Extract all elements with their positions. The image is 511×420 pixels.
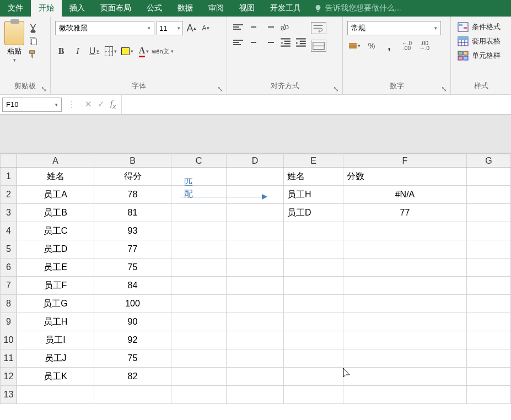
cell-C6[interactable] <box>171 259 227 277</box>
increase-font-icon[interactable]: A▴ <box>185 22 197 34</box>
cell-D10[interactable] <box>227 331 284 349</box>
cell-D9[interactable] <box>227 313 284 331</box>
row-header-8[interactable]: 8 <box>1 295 17 313</box>
cell-A4[interactable]: 员工C <box>17 222 94 240</box>
cut-icon[interactable] <box>28 23 39 33</box>
cell-D12[interactable] <box>227 368 284 386</box>
tab-view[interactable]: 视图 <box>232 0 262 17</box>
clipboard-launcher[interactable]: ⤡ <box>41 85 49 93</box>
cell-E12[interactable] <box>284 368 343 386</box>
fill-color-button[interactable]: ▾ <box>121 45 133 57</box>
tab-file[interactable]: 文件 <box>0 0 31 17</box>
row-header-11[interactable]: 11 <box>1 349 17 368</box>
cell-G6[interactable] <box>467 259 511 277</box>
col-header-G[interactable]: G <box>467 154 511 168</box>
cell-E6[interactable] <box>284 259 343 277</box>
cell-G5[interactable] <box>467 240 511 259</box>
cell-D5[interactable] <box>227 240 284 259</box>
cell-G7[interactable] <box>467 277 511 295</box>
enter-formula-button[interactable]: ✓ <box>98 99 105 110</box>
col-header-C[interactable]: C <box>171 154 227 168</box>
decrease-font-icon[interactable]: A▾ <box>200 22 212 34</box>
font-name-combo[interactable]: 微软雅黑 ▾ <box>55 21 154 35</box>
cell-C7[interactable] <box>171 277 227 295</box>
cell-C4[interactable] <box>171 222 227 240</box>
cell-A11[interactable]: 员工J <box>17 349 94 368</box>
tab-insert[interactable]: 插入 <box>62 0 93 17</box>
decrease-indent-button[interactable] <box>279 36 292 49</box>
cell-B10[interactable]: 92 <box>94 331 171 349</box>
font-size-combo[interactable]: 11 ▾ <box>157 21 183 35</box>
align-bottom-button[interactable] <box>262 21 276 33</box>
spreadsheet-grid[interactable]: ABCDEFG1姓名得分姓名分数2员工A78员工H#N/A3员工B81员工D77… <box>0 154 511 404</box>
cell-B13[interactable] <box>94 386 171 404</box>
cell-A7[interactable]: 员工F <box>17 277 94 295</box>
row-header-6[interactable]: 6 <box>1 259 17 277</box>
comma-button[interactable]: , <box>383 40 396 52</box>
row-header-3[interactable]: 3 <box>1 204 17 222</box>
cell-D2[interactable] <box>227 186 284 204</box>
copy-icon[interactable] <box>28 36 39 46</box>
cell-G10[interactable] <box>467 331 511 349</box>
cell-A5[interactable]: 员工D <box>17 240 94 259</box>
cell-A2[interactable]: 员工A <box>17 186 94 204</box>
col-header-D[interactable]: D <box>227 154 284 168</box>
cell-F2[interactable]: #N/A <box>343 186 467 204</box>
cell-C8[interactable] <box>171 295 227 313</box>
tab-developer[interactable]: 开发工具 <box>262 0 309 17</box>
cell-E5[interactable] <box>284 240 343 259</box>
row-header-4[interactable]: 4 <box>1 222 17 240</box>
merge-cells-button[interactable] <box>311 40 326 52</box>
cell-C9[interactable] <box>171 313 227 331</box>
cell-styles-button[interactable]: 单元格样 <box>455 50 503 62</box>
row-header-1[interactable]: 1 <box>1 168 17 186</box>
cell-A13[interactable] <box>17 386 94 404</box>
cell-C1[interactable] <box>171 168 227 186</box>
cell-G13[interactable] <box>467 386 511 404</box>
cell-F5[interactable] <box>343 240 467 259</box>
cell-B4[interactable]: 93 <box>94 222 171 240</box>
row-header-13[interactable]: 13 <box>1 386 17 404</box>
col-header-B[interactable]: B <box>94 154 171 168</box>
cell-B7[interactable]: 84 <box>94 277 171 295</box>
cell-E10[interactable] <box>284 331 343 349</box>
cell-E3[interactable]: 员工D <box>284 204 343 222</box>
cell-F12[interactable] <box>343 368 467 386</box>
cell-D1[interactable] <box>227 168 284 186</box>
cell-C13[interactable] <box>171 386 227 404</box>
cell-A1[interactable]: 姓名 <box>17 168 94 186</box>
tab-pagelayout[interactable]: 页面布局 <box>93 0 139 17</box>
row-header-12[interactable]: 12 <box>1 368 17 386</box>
cell-B8[interactable]: 100 <box>94 295 171 313</box>
cell-D8[interactable] <box>227 295 284 313</box>
cell-G2[interactable] <box>467 186 511 204</box>
col-header-A[interactable]: A <box>17 154 94 168</box>
increase-decimal-button[interactable]: ←.0.00 <box>400 40 413 52</box>
italic-button[interactable]: I <box>72 45 84 57</box>
paste-icon[interactable] <box>4 21 24 45</box>
col-header-E[interactable]: E <box>284 154 343 168</box>
cell-G1[interactable] <box>467 168 511 186</box>
cell-C11[interactable] <box>171 349 227 368</box>
cell-G3[interactable] <box>467 204 511 222</box>
cell-D11[interactable] <box>227 349 284 368</box>
cell-F3[interactable]: 77 <box>343 204 467 222</box>
cell-E4[interactable] <box>284 222 343 240</box>
number-format-combo[interactable]: 常规 ▾ <box>347 21 441 35</box>
underline-button[interactable]: U▾ <box>88 45 100 57</box>
percent-button[interactable]: % <box>365 40 378 52</box>
font-launcher[interactable]: ⤡ <box>217 85 225 93</box>
font-color-button[interactable]: A▾ <box>138 45 150 57</box>
cell-F4[interactable] <box>343 222 467 240</box>
tab-formulas[interactable]: 公式 <box>139 0 170 17</box>
tab-data[interactable]: 数据 <box>170 0 201 17</box>
cell-C10[interactable] <box>171 331 227 349</box>
cell-G9[interactable] <box>467 313 511 331</box>
cell-G12[interactable] <box>467 368 511 386</box>
cell-E8[interactable] <box>284 295 343 313</box>
cell-C3[interactable] <box>171 204 227 222</box>
cell-F7[interactable] <box>343 277 467 295</box>
cell-A9[interactable]: 员工H <box>17 313 94 331</box>
cell-C5[interactable] <box>171 240 227 259</box>
cell-B12[interactable]: 82 <box>94 368 171 386</box>
